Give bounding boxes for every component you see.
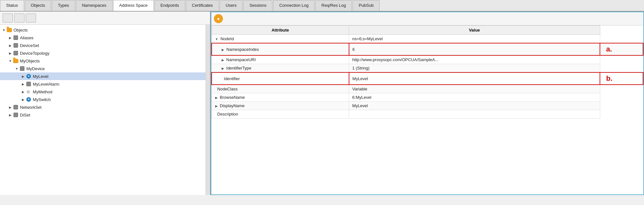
tree-item-myswitch[interactable]: ▶✕MySwitch [0,96,206,103]
tab-namespaces[interactable]: Namespaces [76,0,113,11]
tab-pubsub[interactable]: PubSub [353,0,380,11]
attr-name-cell: Identifier [212,72,349,85]
table-row[interactable]: ▶ DisplayNameMyLevel [212,102,643,110]
forward-button[interactable] [14,14,24,23]
tree-item-diset[interactable]: ▶DiSet [0,111,206,119]
attr-name-cell: ▶ NamespaceIndex [212,43,349,55]
row-arrow[interactable]: ▶ [222,67,225,70]
table-row[interactable]: Description [212,110,643,118]
tree-arrow-objects[interactable]: ▼ [1,28,6,32]
tree-label-myobjects: MyObjects [20,59,40,63]
attr-value-cell: Variable [349,85,600,93]
tree-arrow-myobjects[interactable]: ▼ [8,59,13,63]
tree-arrow-aliases[interactable]: ▶ [8,36,13,40]
tree-item-mylevelalarm[interactable]: ▶MyLevelAlarm [0,80,206,88]
attr-name: NamespaceURI [226,57,256,62]
tab-connection-log[interactable]: Connection Log [273,0,315,11]
tree-arrow-deviceset[interactable]: ▶ [8,44,13,47]
tab-sessions[interactable]: Sessions [243,0,272,11]
tree-container: ▼Objects▶Aliases▶DeviceSet▶DeviceTopolog… [0,25,210,195]
table-row[interactable]: ▶ BrowseName6:MyLevel [212,93,643,102]
tab-objects[interactable]: Objects [25,0,51,11]
tree-item-devicetopology[interactable]: ▶DeviceTopology [0,49,206,57]
table-row[interactable]: ▶ NamespaceURIhttp://www.prosysopc.com/O… [212,55,643,64]
tree-arrow-myswitch[interactable]: ▶ [21,98,26,101]
tree-label-mylevel: MyLevel [33,74,48,79]
table-body: ▼ NodeIdns=6;s=MyLevel▶ NamespaceIndex6a… [212,35,643,118]
attr-name: IdentifierType [226,66,251,70]
tree-item-mydevice[interactable]: ▼MyDevice [0,65,206,72]
folder-icon [13,59,18,63]
variable-icon: ✕ [26,74,31,79]
attr-value-cell [349,110,600,118]
row-arrow[interactable] [215,113,216,116]
tree-label-devicetopology: DeviceTopology [20,51,50,56]
attr-name-cell: ▶ IdentifierType [212,64,349,73]
tree-arrow-devicetopology[interactable]: ▶ [8,51,13,55]
tree-arrow-networkset[interactable]: ▶ [8,106,13,109]
attr-name: BrowseName [220,95,245,100]
tree-label-mydevice: MyDevice [26,66,45,71]
left-scrollbar[interactable] [206,25,210,195]
row-arrow[interactable]: ▶ [222,48,225,51]
tab-types[interactable]: Types [52,0,75,11]
tab-bar: StatusObjectsTypesNamespacesAddress Spac… [0,0,644,12]
tree-item-mylevel[interactable]: ▶✕MyLevel [0,72,206,80]
table-row[interactable]: ▼ NodeIdns=6;s=MyLevel [212,35,643,43]
attr-name-cell: ▶ BrowseName [212,93,349,102]
table-row[interactable]: NodeClassVariable [212,85,643,93]
attribute-table: Attribute Value ▼ NodeIdns=6;s=MyLevel▶ … [211,25,643,194]
toolbar [0,12,210,25]
tree-item-objects[interactable]: ▼Objects [0,26,206,34]
tab-status[interactable]: Status [0,0,24,11]
tree-label-myswitch: MySwitch [33,97,51,102]
tab-users[interactable]: Users [220,0,243,11]
tab-address-space[interactable]: Address Space [113,0,154,11]
tree-arrow-mylevelalarm[interactable]: ▶ [21,82,26,86]
object-icon [14,43,18,48]
row-arrow[interactable]: ▶ [215,96,219,99]
tree-label-mymethod: MyMethod [33,89,52,94]
tree-item-networkset[interactable]: ▶NetworkSet [0,103,206,111]
table-row[interactable]: ▶ NamespaceIndex6a. [212,43,643,55]
table-row[interactable]: IdentifierMyLevelb. [212,72,643,85]
left-panel: ▼Objects▶Aliases▶DeviceSet▶DeviceTopolog… [0,12,211,195]
variable-icon: ✕ [26,97,31,102]
tree-arrow-mylevel[interactable]: ▶ [21,75,26,78]
expand-button[interactable] [26,14,36,23]
attr-value-cell: http://www.prosysopc.com/OPCUA/SampleA..… [349,55,600,64]
right-toolbar: ● [211,12,643,25]
attr-name-cell: NodeClass [212,85,349,93]
tab-endpoints[interactable]: Endpoints [154,0,185,11]
tree-arrow-mymethod[interactable]: ▶ [21,90,26,94]
attr-name-cell: ▼ NodeId [212,35,349,43]
object-icon [20,66,24,71]
attr-name: NodeClass [217,87,238,91]
table-row[interactable]: ▶ IdentifierType1 (String) [212,64,643,73]
tree-label-deviceset: DeviceSet [20,43,39,48]
attr-value-cell: MyLevel [349,102,600,110]
tree-item-aliases[interactable]: ▶Aliases [0,34,206,42]
object-icon [14,35,18,40]
tree-label-diset: DiSet [20,113,30,117]
row-arrow[interactable]: ▼ [215,37,219,41]
tree-arrow-diset[interactable]: ▶ [8,113,13,117]
attr-name-cell: ▶ DisplayName [212,102,349,110]
row-arrow[interactable] [215,88,216,91]
tree-item-mymethod[interactable]: ▶⚙MyMethod [0,88,206,96]
attr-name: Identifier [224,76,240,81]
row-arrow[interactable]: ▶ [215,104,219,108]
row-arrow[interactable] [222,77,223,81]
tab-req-res-log[interactable]: Req/Res Log [315,0,352,11]
attr-value-cell: 6 [349,43,600,55]
node-icon-button[interactable]: ● [214,14,223,23]
tree-area: ▼Objects▶Aliases▶DeviceSet▶DeviceTopolog… [0,25,206,195]
back-button[interactable] [3,14,13,23]
tree-arrow-mydevice[interactable]: ▼ [14,67,19,70]
tree-item-myobjects[interactable]: ▼MyObjects [0,57,206,65]
object-icon [14,51,18,55]
row-arrow[interactable]: ▶ [222,58,225,62]
tab-certificates[interactable]: Certificates [186,0,219,11]
tree-item-deviceset[interactable]: ▶DeviceSet [0,42,206,49]
tree-label-mylevelalarm: MyLevelAlarm [33,82,59,87]
